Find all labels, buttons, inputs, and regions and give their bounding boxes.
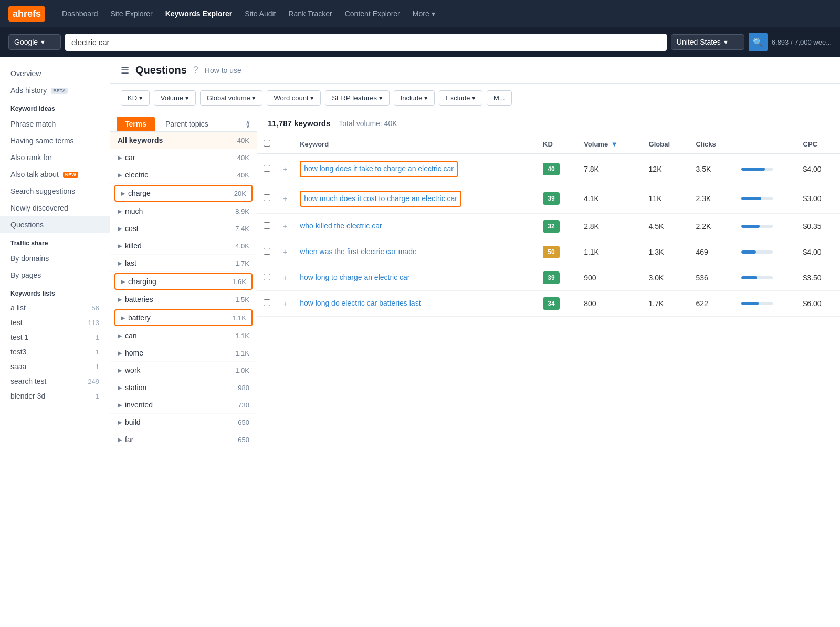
group-cost[interactable]: ▶ cost 7.4K	[110, 220, 257, 237]
engine-select[interactable]: Google ▾	[8, 34, 61, 50]
mini-bar-bg	[741, 225, 773, 228]
row-checkbox[interactable]	[264, 299, 270, 306]
group-far[interactable]: ▶ far 650	[110, 431, 257, 448]
group-car[interactable]: ▶ car 40K	[110, 149, 257, 166]
group-work[interactable]: ▶ work 1.0K	[110, 362, 257, 379]
row-checkbox[interactable]	[264, 248, 270, 255]
sidebar-questions[interactable]: Questions	[0, 216, 110, 233]
filter-include[interactable]: Include ▾	[394, 90, 435, 106]
filter-volume[interactable]: Volume ▾	[154, 90, 196, 106]
table-row: +how long does it take to charge an elec…	[257, 154, 840, 184]
filter-serp-features[interactable]: SERP features ▾	[325, 90, 389, 106]
sidebar-search-suggestions[interactable]: Search suggestions	[0, 183, 110, 200]
row-bar-cell	[735, 214, 796, 239]
tab-terms[interactable]: Terms	[117, 117, 155, 131]
filter-exclude[interactable]: Exclude ▾	[439, 90, 482, 106]
nav-rank-tracker[interactable]: Rank Tracker	[288, 9, 332, 18]
sidebar-list-search-test[interactable]: search test 249	[0, 374, 110, 389]
group-can[interactable]: ▶ can 1.1K	[110, 327, 257, 344]
select-all-checkbox[interactable]	[264, 140, 270, 147]
group-electric[interactable]: ▶ electric 40K	[110, 166, 257, 184]
row-volume-cell: 4.1K	[578, 184, 642, 214]
row-add-button[interactable]: +	[277, 291, 293, 317]
sidebar-newly-discovered[interactable]: Newly discovered	[0, 200, 110, 216]
sidebar-also-talk-about[interactable]: Also talk about NEW	[0, 166, 110, 183]
group-station[interactable]: ▶ station 980	[110, 379, 257, 396]
group-batteries[interactable]: ▶ batteries 1.5K	[110, 291, 257, 308]
how-to-use-link[interactable]: How to use	[205, 66, 242, 75]
filter-more[interactable]: M...	[487, 90, 512, 106]
filter-global-volume[interactable]: Global volume ▾	[200, 90, 263, 106]
row-bar-cell	[735, 154, 796, 184]
nav-site-audit[interactable]: Site Audit	[245, 9, 276, 18]
sidebar-list-a-list[interactable]: a list 56	[0, 300, 110, 315]
sidebar-by-pages[interactable]: By pages	[0, 267, 110, 284]
nav-site-explorer[interactable]: Site Explorer	[111, 9, 153, 18]
keyword-ideas-title: Keyword ideas	[0, 99, 110, 116]
col-cpc[interactable]: CPC	[797, 134, 840, 154]
sidebar-list-test[interactable]: test 113	[0, 315, 110, 330]
col-clicks[interactable]: Clicks	[689, 134, 735, 154]
group-home[interactable]: ▶ home 1.1K	[110, 344, 257, 362]
row-checkbox[interactable]	[264, 194, 270, 201]
results-count: 11,787 keywords	[268, 119, 330, 128]
col-kd[interactable]: KD	[537, 134, 578, 154]
hamburger-icon[interactable]: ☰	[121, 65, 129, 76]
sidebar-list-saaa[interactable]: saaa 1	[0, 359, 110, 374]
row-add-button[interactable]: +	[277, 265, 293, 291]
row-checkbox[interactable]	[264, 222, 270, 229]
logo[interactable]: ahrefs	[8, 6, 45, 22]
row-add-button[interactable]: +	[277, 239, 293, 265]
country-select[interactable]: United States ▾	[671, 34, 744, 50]
sidebar-same-terms[interactable]: Having same terms	[0, 132, 110, 149]
search-input[interactable]	[65, 34, 667, 51]
row-checkbox[interactable]	[264, 274, 270, 280]
row-global-cell: 11K	[643, 184, 690, 214]
sidebar-also-rank-for[interactable]: Also rank for	[0, 149, 110, 166]
group-charging[interactable]: ▶ charging 1.6K	[114, 273, 253, 290]
col-volume[interactable]: Volume ▼	[578, 134, 642, 154]
group-much[interactable]: ▶ much 8.9K	[110, 203, 257, 220]
group-build[interactable]: ▶ build 650	[110, 414, 257, 431]
group-killed[interactable]: ▶ killed 4.0K	[110, 237, 257, 255]
mini-bar	[741, 225, 760, 228]
collapse-button[interactable]: ⟪	[246, 119, 250, 129]
group-all-keywords[interactable]: All keywords 40K	[110, 132, 257, 149]
keyword-link[interactable]: how long does it take to charge an elect…	[304, 164, 454, 173]
nav-dashboard[interactable]: Dashboard	[62, 9, 98, 18]
help-icon[interactable]: ?	[193, 65, 198, 76]
keyword-link[interactable]: who killed the electric car	[300, 222, 382, 230]
table-row: +how long do electric car batteries last…	[257, 291, 840, 317]
results-table-wrap: Keyword KD Volume ▼ Global Clicks CPC +h…	[257, 134, 840, 627]
sidebar-list-blender-3d[interactable]: blender 3d 1	[0, 389, 110, 403]
top-nav: ahrefs Dashboard Site Explorer Keywords …	[0, 0, 840, 27]
keyword-link[interactable]: how much does it cost to charge an elect…	[304, 194, 457, 203]
page-header: ☰ Questions ? How to use	[110, 57, 840, 84]
nav-keywords-explorer[interactable]: Keywords Explorer	[165, 9, 233, 18]
row-add-button[interactable]: +	[277, 214, 293, 239]
row-add-button[interactable]: +	[277, 184, 293, 214]
keyword-link[interactable]: when was the first electric car made	[300, 247, 417, 256]
tab-parent-topics[interactable]: Parent topics	[157, 117, 217, 131]
col-global[interactable]: Global	[643, 134, 690, 154]
keyword-link[interactable]: how long do electric car batteries last	[300, 299, 421, 307]
search-button[interactable]: 🔍	[749, 33, 768, 51]
group-last[interactable]: ▶ last 1.7K	[110, 255, 257, 272]
nav-content-explorer[interactable]: Content Explorer	[345, 9, 400, 18]
row-checkbox[interactable]	[264, 165, 270, 172]
group-battery[interactable]: ▶ battery 1.1K	[114, 309, 253, 326]
sidebar-ads-history[interactable]: Ads history BETA	[0, 82, 110, 99]
filter-kd[interactable]: KD ▾	[121, 90, 150, 106]
group-charge[interactable]: ▶ charge 20K	[114, 185, 253, 202]
col-keyword[interactable]: Keyword	[293, 134, 537, 154]
nav-more[interactable]: More ▾	[413, 9, 435, 18]
sidebar-by-domains[interactable]: By domains	[0, 250, 110, 267]
sidebar-phrase-match[interactable]: Phrase match	[0, 116, 110, 132]
row-add-button[interactable]: +	[277, 154, 293, 184]
sidebar-list-test1[interactable]: test 1 1	[0, 330, 110, 344]
keyword-link[interactable]: how long to charge an electric car	[300, 273, 410, 281]
sidebar-overview[interactable]: Overview	[0, 65, 110, 82]
filter-word-count[interactable]: Word count ▾	[267, 90, 321, 106]
group-invented[interactable]: ▶ invented 730	[110, 396, 257, 414]
sidebar-list-test3[interactable]: test3 1	[0, 344, 110, 359]
